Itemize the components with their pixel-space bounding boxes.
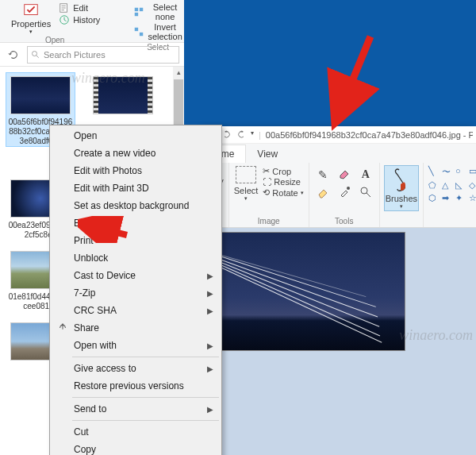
submenu-arrow-icon: ▶ [207,364,213,373]
ribbon-group-tools: ✎ A Tools [309,163,380,227]
svg-point-8 [33,51,37,56]
menu-item-edit[interactable]: Edit [52,214,220,232]
ribbon-group-select: Select none Invert selection Select [130,2,185,42]
shapes-gallery[interactable]: ╲ 〜 ○ ▭ ▢ ⬠ △ ◺ ◇ ⬠ ⬡ ➡ ✦ ☆ ✶ [428,166,476,203]
paint-titlebar[interactable]: ▾ | 00a56f6bf0f941968b32cf0ca7a47b3e80ad… [205,126,476,144]
menu-item-7-zip[interactable]: 7-Zip▶ [52,284,220,302]
menu-item-copy[interactable]: Copy [52,441,220,455]
thumbnail-image [10,76,71,114]
paint-canvas-image[interactable] [209,232,405,351]
magnifier-tool[interactable] [357,183,374,201]
menu-item-label: Set as desktop background [74,200,189,211]
menu-item-give-access-to[interactable]: Give access to▶ [52,360,220,377]
resize-button[interactable]: ⛶Resize [263,177,303,187]
curve-shape-icon[interactable]: 〜 [442,166,453,178]
menu-item-label: Give access to [74,363,136,374]
menu-item-edit-with-photos[interactable]: Edit with Photos [52,162,220,179]
properties-button[interactable]: Properties ▾ [6,2,56,35]
star5-shape-icon[interactable]: ☆ [469,193,476,203]
menu-item-edit-with-paint-3d[interactable]: Edit with Paint 3D [52,179,220,197]
menu-item-print[interactable]: Print [52,232,220,249]
rtriangle-shape-icon[interactable]: ◺ [455,180,466,191]
menu-item-label: Restore previous versions [74,380,184,391]
brush-icon [390,167,413,194]
paint-tabs: ome View [205,144,476,163]
menu-item-cast-to-device[interactable]: Cast to Device▶ [52,267,220,284]
pencil-tool[interactable]: ✎ [314,166,332,183]
oval-shape-icon[interactable]: ○ [455,166,466,178]
crop-button[interactable]: ✂Crop [263,166,303,176]
undo-icon[interactable] [222,129,232,141]
eraser-tool[interactable] [314,183,332,201]
crop-icon: ✂ [263,166,270,176]
menu-item-label: Send to [74,403,106,415]
ribbon-group-image: Select ▾ ✂Crop ⛶Resize ⟲Rotate ▾ Image [229,163,309,227]
window-title: 00a56f6bf0f941968b32cf0ca7a47b3e80adf046… [266,130,473,140]
menu-item-cut[interactable]: Cut [52,423,220,441]
rarrow-shape-icon[interactable]: ➡ [442,193,453,203]
ribbon-group-shapes: ╲ 〜 ○ ▭ ▢ ⬠ △ ◺ ◇ ⬠ ⬡ ➡ ✦ ☆ ✶ [424,163,476,227]
menu-item-share[interactable]: Share [52,319,220,337]
polygon-shape-icon[interactable]: ⬠ [428,180,440,191]
menu-item-crc-sha[interactable]: CRC SHA▶ [52,302,220,319]
menu-item-label: Cut [74,426,89,438]
triangle-shape-icon[interactable]: △ [442,180,453,191]
resize-icon: ⛶ [263,177,271,187]
redo-icon[interactable] [236,129,246,141]
share-icon [56,322,69,334]
menu-separator [72,397,219,398]
search-placeholder: Search Pictures [44,50,106,60]
tab-view[interactable]: View [246,145,289,163]
menu-item-label: 7-Zip [74,287,95,299]
menu-separator [72,357,219,357]
select-none-icon [133,6,144,17]
search-input[interactable]: Search Pictures [27,46,179,64]
brushes-button[interactable]: Brushes ▾ [385,166,418,210]
svg-point-11 [361,187,367,194]
history-button[interactable]: History [56,14,103,25]
edit-button[interactable]: Edit [56,2,91,13]
submenu-arrow-icon: ▶ [207,289,213,298]
svg-rect-7 [140,33,143,36]
menu-item-label: Print [74,235,94,246]
rect-shape-icon[interactable]: ▭ [469,166,476,178]
menu-item-set-as-desktop-background[interactable]: Set as desktop background [52,197,220,214]
scroll-up-icon[interactable]: ▴ [173,67,184,78]
menu-item-open-with[interactable]: Open with▶ [52,337,220,354]
hexagon-shape-icon[interactable]: ⬡ [428,193,440,203]
select-tool-button[interactable]: Select ▾ [234,166,259,202]
menu-item-unblock[interactable]: Unblock [52,249,220,267]
watermark-text: winaero.com [399,327,473,344]
star4-shape-icon[interactable]: ✦ [455,193,466,203]
menu-item-open[interactable]: Open [52,127,220,145]
line-shape-icon[interactable]: ╲ [428,166,440,178]
menu-item-label: Edit with Paint 3D [74,183,149,194]
invert-selection-button[interactable]: Invert selection [130,22,185,41]
diamond-shape-icon[interactable]: ◇ [469,180,476,191]
menu-item-label: Create a new video [74,148,155,159]
text-tool[interactable]: A [357,166,374,183]
qat-dropdown-icon[interactable]: ▾ [251,129,254,141]
svg-line-12 [337,37,370,118]
invert-icon [133,26,144,37]
rotate-button[interactable]: ⟲Rotate ▾ [263,187,303,198]
paint-canvas-area[interactable]: winaero.com [205,228,476,455]
select-none-button[interactable]: Select none [130,2,185,21]
menu-item-send-to[interactable]: Send to▶ [52,400,220,418]
search-icon [31,50,40,60]
svg-rect-3 [135,8,138,11]
menu-item-label: Share [74,322,99,334]
menu-item-label: Copy [74,444,96,455]
select-rect-icon [236,166,256,183]
refresh-icon [8,49,19,60]
menu-item-label: CRC SHA [74,305,117,316]
menu-item-create-a-new-video[interactable]: Create a new video [52,145,220,162]
annotation-arrow [313,30,385,133]
fill-tool[interactable] [336,166,353,183]
thumbnail-image [93,76,153,114]
menu-item-restore-previous-versions[interactable]: Restore previous versions [52,377,220,395]
refresh-button[interactable] [5,46,22,64]
svg-rect-4 [140,8,143,11]
color-picker-tool[interactable] [336,183,353,201]
submenu-arrow-icon: ▶ [207,341,213,350]
